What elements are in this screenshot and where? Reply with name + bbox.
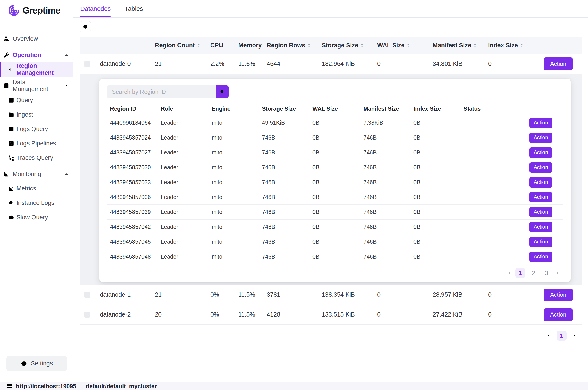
sidebar-item-label: Slow Query xyxy=(16,214,48,221)
action-button[interactable]: Action xyxy=(543,57,573,70)
sidebar-item-metrics[interactable]: Metrics xyxy=(0,181,73,196)
collapse-button[interactable] xyxy=(84,61,90,67)
sidebar-item-logs-query[interactable]: Logs Query xyxy=(0,122,73,136)
prev-page-button[interactable] xyxy=(505,268,512,278)
sidebar-item-monitoring[interactable]: Monitoring xyxy=(0,167,73,181)
region-search-input[interactable] xyxy=(107,86,216,98)
role-cell: Leader xyxy=(158,224,208,230)
column-header-storage-size[interactable]: Storage Size xyxy=(322,42,377,49)
engine-cell: mito xyxy=(208,119,259,126)
expanded-region-band: Region ID Role Engine Storage Size WAL S… xyxy=(80,74,582,285)
role-cell: Leader xyxy=(158,164,208,171)
column-header-region-count[interactable]: Region Count xyxy=(155,42,210,49)
expand-button[interactable] xyxy=(84,292,90,298)
sort-icon[interactable] xyxy=(307,43,311,48)
column-header-manifest-size[interactable]: Manifest Size xyxy=(433,42,488,49)
storage-size-cell: 746B xyxy=(259,164,309,171)
storage-size-cell: 182.964 KiB xyxy=(322,60,377,67)
region-action-button[interactable]: Action xyxy=(529,192,552,202)
settings-button[interactable]: Settings xyxy=(6,356,67,371)
sidebar-item-data-management[interactable]: Data Management xyxy=(0,78,73,93)
datanodes-table: Region Count CPU Memory Region Rows Stor… xyxy=(80,37,582,341)
action-button[interactable]: Action xyxy=(543,289,573,301)
prev-page-button[interactable] xyxy=(545,331,552,341)
sort-icon[interactable] xyxy=(360,43,364,48)
tab-tables[interactable]: Tables xyxy=(125,0,143,17)
table-header-row: Region Count CPU Memory Region Rows Stor… xyxy=(80,37,582,54)
region-action-button[interactable]: Action xyxy=(529,177,552,188)
sidebar-item-logs-pipelines[interactable]: Logs Pipelines xyxy=(0,136,73,150)
sidebar-item-instance-logs[interactable]: Instance Logs xyxy=(0,196,73,210)
sidebar-item-query[interactable]: Query xyxy=(0,93,73,107)
action-button[interactable]: Action xyxy=(543,308,573,321)
region-action-button[interactable]: Action xyxy=(529,133,552,143)
sidebar-item-label: Overview xyxy=(13,35,38,42)
chevron-up-icon[interactable] xyxy=(64,171,69,177)
sidebar-item-label: Region Management xyxy=(16,62,73,76)
sort-icon[interactable] xyxy=(474,43,477,48)
storage-size-cell: 746B xyxy=(259,134,309,141)
sidebar-item-slow-query[interactable]: Slow Query xyxy=(0,210,73,225)
wal-size-cell: 0B xyxy=(309,179,360,186)
index-size-cell: 0B xyxy=(410,179,460,186)
role-cell: Leader xyxy=(158,179,208,186)
sort-icon[interactable] xyxy=(407,43,410,48)
column-header-region-rows[interactable]: Region Rows xyxy=(267,42,322,49)
column-header-index-size[interactable]: Index Size xyxy=(488,42,543,49)
sort-icon[interactable] xyxy=(520,43,523,48)
sidebar-item-label: Instance Logs xyxy=(16,199,54,206)
sidebar-item-region-management[interactable]: Region Management xyxy=(0,62,73,77)
sidebar-item-overview[interactable]: Overview xyxy=(0,32,73,46)
plus-icon xyxy=(85,293,89,297)
region-action-button[interactable]: Action xyxy=(529,207,552,217)
storage-size-cell: 138.354 KiB xyxy=(322,291,377,298)
sort-icon[interactable] xyxy=(197,43,200,48)
chevron-up-icon[interactable] xyxy=(64,83,69,88)
server-address[interactable]: http://localhost:19095 xyxy=(0,383,76,390)
region-action-button[interactable]: Action xyxy=(529,222,552,232)
region-action-button[interactable]: Action xyxy=(529,162,552,173)
wal-size-cell: 0B xyxy=(309,164,360,171)
page-button-2[interactable]: 2 xyxy=(529,268,539,278)
sidebar-item-traces-query[interactable]: Traces Query xyxy=(0,150,73,165)
expand-button[interactable] xyxy=(84,312,90,318)
next-page-button[interactable] xyxy=(555,268,561,278)
cluster-name[interactable]: default/default_mycluster xyxy=(86,383,157,390)
column-header-storage-size: Storage Size xyxy=(259,105,309,112)
slow-query-icon xyxy=(8,214,14,221)
action-cell: Action xyxy=(503,118,563,128)
sidebar: Greptime Overview Operation Region Manag… xyxy=(0,0,73,382)
sidebar-item-label: Ingest xyxy=(16,111,33,118)
wal-size-cell: 0B xyxy=(309,134,360,141)
region-action-button[interactable]: Action xyxy=(529,251,552,262)
manifest-size-cell: 27.422 KiB xyxy=(433,311,488,318)
region-action-button[interactable]: Action xyxy=(529,118,552,128)
storage-size-cell: 746B xyxy=(259,194,309,200)
region-row: 4483945857042Leadermito746B0B746B0BActio… xyxy=(107,220,563,235)
traces-query-icon xyxy=(8,155,14,161)
column-header-region-id: Region ID xyxy=(107,105,158,112)
sidebar-item-operation[interactable]: Operation xyxy=(0,48,73,62)
engine-cell: mito xyxy=(208,194,259,200)
sidebar-item-label: Operation xyxy=(13,52,42,59)
column-header-wal-size[interactable]: WAL Size xyxy=(377,42,433,49)
sidebar-item-label: Logs Pipelines xyxy=(16,140,56,147)
page-button-1[interactable]: 1 xyxy=(515,268,525,278)
manifest-size-cell: 28.957 KiB xyxy=(433,291,488,298)
search-button[interactable] xyxy=(216,86,229,98)
chevron-up-icon[interactable] xyxy=(64,52,69,58)
page-button-1[interactable]: 1 xyxy=(557,331,567,341)
refresh-button[interactable] xyxy=(80,21,91,32)
region-row: 4483945857024Leadermito746B0B746B0BActio… xyxy=(107,130,563,145)
index-size-cell: 0B xyxy=(410,134,460,141)
column-header-manifest-size: Manifest Size xyxy=(360,105,410,112)
memory-cell: 11.6% xyxy=(238,60,267,67)
region-action-button[interactable]: Action xyxy=(529,147,552,158)
next-page-button[interactable] xyxy=(571,331,578,341)
region-row: 4483945857030Leadermito746B0B746B0BActio… xyxy=(107,160,563,175)
sidebar-item-ingest[interactable]: Ingest xyxy=(0,107,73,122)
region-action-button[interactable]: Action xyxy=(529,237,552,247)
page-button-3[interactable]: 3 xyxy=(541,268,551,278)
engine-cell: mito xyxy=(208,209,259,215)
tab-datanodes[interactable]: Datanodes xyxy=(80,0,111,17)
